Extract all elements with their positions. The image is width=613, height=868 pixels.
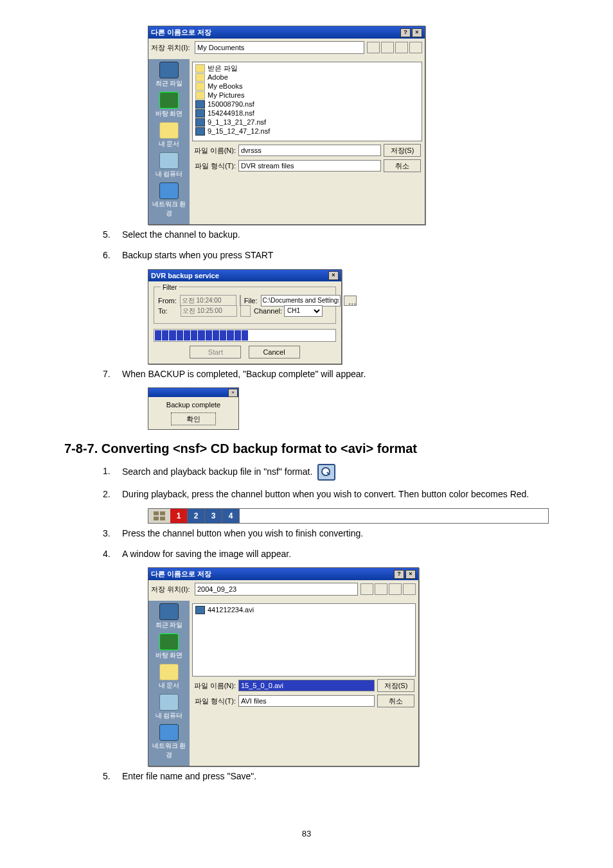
list-item: 154244918.nsf [195, 109, 419, 118]
close-icon[interactable]: × [328, 271, 339, 280]
svg-rect-2 [154, 517, 159, 520]
close-icon[interactable]: × [228, 389, 238, 397]
new-folder-icon[interactable] [389, 583, 402, 595]
look-in-label: 저장 위치(I): [151, 43, 192, 53]
step-c4: A window for saving the image will appea… [122, 547, 549, 561]
channel-1-button[interactable]: 1 [170, 509, 188, 523]
step-5: Select the channel to backup. [122, 227, 549, 242]
file-list[interactable]: 받은 파일 Adobe My eBooks My Pictures 150008… [192, 62, 422, 141]
places-mycomputer[interactable]: 내 컴퓨터 [150, 694, 188, 720]
progress-bar [154, 329, 336, 342]
places-mydocs[interactable]: 내 문서 [150, 664, 188, 690]
filetype-label: 파일 형식(T): [192, 696, 236, 706]
help-icon[interactable]: ? [394, 570, 404, 579]
views-icon[interactable] [403, 583, 416, 595]
dvr-backup-dialog: DVR backup service × Filter From: File: … [148, 269, 342, 364]
close-icon[interactable]: × [412, 28, 422, 37]
step-c3: Press the channel button when you wish t… [122, 526, 549, 540]
file-icon [195, 606, 205, 614]
backup-complete-alert: × Backup complete 확인 [148, 387, 239, 430]
file-icon [195, 127, 205, 136]
places-desktop[interactable]: 바탕 화면 [150, 92, 188, 118]
file-label: File: [244, 297, 258, 305]
cancel-button[interactable]: 취소 [377, 695, 414, 707]
places-bar: 최근 파일 바탕 화면 내 문서 내 컴퓨터 네트워크 환경 [148, 59, 190, 224]
up-icon[interactable] [381, 42, 394, 53]
look-in-combo[interactable] [195, 583, 358, 596]
save-button[interactable]: 저장(S) [377, 679, 414, 692]
list-item: 9_1_13_21_27.nsf [195, 118, 419, 127]
cancel-button[interactable]: Cancel [249, 346, 300, 359]
page-number: 83 [64, 829, 549, 838]
file-icon [195, 118, 205, 127]
file-list[interactable]: 441212234.avi [192, 603, 416, 677]
svg-rect-0 [154, 511, 159, 515]
browse-button[interactable]: … [344, 296, 357, 306]
list-item: Adobe [195, 73, 419, 82]
to-label: To: [158, 307, 177, 315]
filename-label: 파일 이름(N): [192, 146, 236, 155]
filename-input[interactable] [238, 145, 381, 156]
filename-input[interactable] [238, 680, 375, 691]
dialog-title: 다른 이름으로 저장 [151, 569, 211, 579]
channel-3-button[interactable]: 3 [205, 509, 222, 523]
filename-label: 파일 이름(N): [192, 681, 236, 691]
spinner-icon[interactable] [240, 305, 251, 317]
cancel-button[interactable]: 취소 [384, 159, 421, 172]
save-button[interactable]: 저장(S) [384, 144, 421, 157]
folder-icon [195, 73, 205, 82]
filetype-combo[interactable] [238, 160, 381, 172]
dialog-title: 다른 이름으로 저장 [151, 28, 211, 37]
channel-label: Channel: [254, 307, 281, 315]
channel-2-button[interactable]: 2 [188, 509, 205, 523]
list-item: My eBooks [195, 82, 419, 91]
help-icon[interactable]: ? [400, 28, 411, 37]
up-icon[interactable] [375, 583, 387, 595]
dialog-title: DVR backup service [151, 272, 219, 279]
look-in-combo[interactable] [195, 41, 364, 54]
to-time[interactable] [181, 305, 237, 317]
step-d5: Enter file name and press "Save". [122, 769, 549, 783]
places-mydocs[interactable]: 내 문서 [150, 122, 188, 148]
step-c1: Search and playback backup file in "nsf"… [122, 464, 549, 481]
from-label: From: [158, 297, 177, 305]
channel-select[interactable]: CH1 [284, 305, 323, 317]
channel-4-button[interactable]: 4 [222, 509, 240, 523]
ok-button[interactable]: 확인 [171, 412, 216, 425]
step-6: Backup starts when you press START [122, 248, 549, 262]
list-item: 9_15_12_47_12.nsf [195, 127, 419, 136]
folder-icon [195, 64, 205, 73]
views-icon[interactable] [409, 42, 422, 53]
places-mycomputer[interactable]: 내 컴퓨터 [150, 152, 188, 179]
folder-icon [195, 91, 205, 100]
new-folder-icon[interactable] [395, 42, 408, 53]
file-icon [195, 109, 205, 118]
places-desktop[interactable]: 바탕 화면 [150, 633, 188, 660]
back-icon[interactable] [367, 42, 380, 53]
look-in-label: 저장 위치(I): [151, 585, 192, 594]
start-button[interactable]: Start [190, 346, 241, 359]
filter-legend: Filter [161, 284, 179, 291]
places-bar: 최근 파일 바탕 화면 내 문서 내 컴퓨터 네트워크 환경 [148, 601, 190, 766]
step-c2: During playback, press the channel butto… [122, 487, 549, 501]
places-network[interactable]: 네트워크 환경 [150, 724, 188, 759]
places-recent[interactable]: 최근 파일 [150, 603, 188, 630]
back-icon[interactable] [360, 583, 373, 595]
channel-buttons: 1 2 3 4 [148, 508, 549, 524]
step-7: When BACKUP is completed, "Backup comple… [122, 367, 549, 381]
section-heading: 7-8-7. Converting <nsf> CD backup format… [64, 441, 549, 456]
folder-icon [195, 82, 205, 91]
places-recent[interactable]: 최근 파일 [150, 62, 188, 88]
places-network[interactable]: 네트워크 환경 [150, 182, 188, 218]
svg-rect-3 [160, 517, 165, 520]
save-as-dialog-2: 다른 이름으로 저장 ? × 저장 위치(I): [148, 567, 419, 766]
filetype-label: 파일 형식(T): [192, 161, 236, 171]
svg-rect-1 [160, 511, 165, 515]
list-item: 받은 파일 [195, 64, 419, 73]
file-icon [195, 100, 205, 109]
close-icon[interactable]: × [405, 570, 416, 579]
list-item: 441212234.avi [195, 605, 413, 614]
filetype-combo[interactable] [238, 695, 375, 707]
channel-lead-icon[interactable] [148, 509, 170, 523]
list-item: My Pictures [195, 91, 419, 100]
